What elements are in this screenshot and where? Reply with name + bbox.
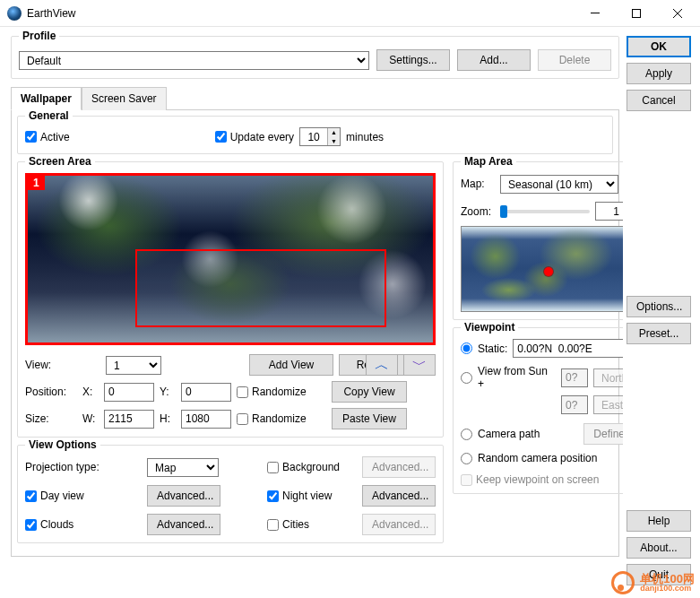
profile-settings-button[interactable]: Settings... — [376, 49, 450, 71]
cancel-button[interactable]: Cancel — [627, 90, 691, 111]
copy-view-button[interactable]: Copy View — [332, 381, 407, 403]
size-h-input[interactable] — [181, 410, 231, 429]
profile-legend: Profile — [19, 30, 59, 42]
position-label: Position: — [25, 386, 77, 398]
view-select[interactable]: 1 — [106, 356, 161, 375]
apply-button[interactable]: Apply — [627, 63, 691, 84]
zoom-slider-thumb[interactable] — [500, 205, 507, 218]
window-title: EarthView — [27, 7, 575, 20]
quit-button[interactable]: Quit — [627, 564, 691, 585]
randomize-position-label[interactable]: Randomize — [237, 386, 326, 398]
clouds-checkbox[interactable] — [25, 519, 37, 531]
viewpoint-legend: Viewpoint — [461, 321, 518, 334]
minimize-button[interactable] — [575, 0, 616, 27]
clouds-advanced-button[interactable]: Advanced... — [147, 514, 220, 535]
static-label: Static: — [478, 342, 507, 355]
sun-dir1-select[interactable]: North — [593, 368, 623, 387]
background-checkbox-label[interactable]: Background — [267, 461, 357, 473]
static-coord-input[interactable] — [513, 339, 623, 358]
map-select[interactable]: Seasonal (10 km) — [500, 175, 618, 194]
preset-button[interactable]: Preset... — [627, 323, 691, 344]
background-checkbox[interactable] — [267, 462, 279, 473]
night-view-checkbox[interactable] — [267, 490, 279, 502]
titlebar: EarthView — [0, 0, 700, 27]
spinner-down-icon[interactable]: ▼ — [328, 137, 340, 146]
zoom-input[interactable] — [595, 202, 623, 221]
night-view-checkbox-label[interactable]: Night view — [267, 490, 357, 502]
profile-delete-button[interactable]: Delete — [538, 49, 611, 71]
view-from-sun-radio[interactable] — [461, 372, 472, 384]
tab-screensaver[interactable]: Screen Saver — [82, 87, 167, 110]
view-options-legend: View Options — [25, 438, 100, 451]
maximize-icon — [632, 9, 641, 18]
keep-viewpoint-checkbox[interactable] — [461, 474, 472, 486]
day-view-advanced-button[interactable]: Advanced... — [147, 485, 220, 507]
general-group: General Active Update every ▲ — [17, 116, 613, 154]
sun-deg1-input[interactable] — [561, 368, 588, 387]
close-icon — [673, 9, 682, 18]
ok-button[interactable]: OK — [627, 36, 691, 57]
dialog-buttons: OK Apply Cancel Options... Preset... Hel… — [623, 27, 700, 598]
randomize-size-label[interactable]: Randomize — [237, 412, 326, 425]
size-w-input[interactable] — [104, 410, 154, 429]
cities-advanced-button[interactable]: Advanced... — [362, 514, 436, 535]
tab-panel-wallpaper: General Active Update every ▲ — [11, 109, 619, 557]
keep-viewpoint-label[interactable]: Keep viewpoint on screen — [461, 473, 623, 486]
viewpoint-group: Viewpoint Static: View from Sun + North — [453, 327, 623, 494]
minimap[interactable] — [461, 226, 623, 312]
sun-dir2-select[interactable]: East — [593, 395, 623, 414]
about-button[interactable]: About... — [627, 537, 691, 559]
active-checkbox[interactable] — [25, 131, 37, 143]
camera-path-radio[interactable] — [461, 429, 472, 440]
view-options-group: View Options Projection type: Map Backgr… — [17, 445, 444, 543]
position-y-input[interactable] — [181, 383, 231, 402]
randomize-position-checkbox[interactable] — [237, 386, 248, 398]
background-advanced-button[interactable]: Advanced... — [362, 456, 436, 478]
map-area-group: Map Area Map: Seasonal (10 km) + Zoom: — [453, 161, 623, 320]
viewpoint-marker-icon[interactable] — [544, 267, 553, 276]
static-radio[interactable] — [461, 342, 472, 354]
update-minutes-input[interactable] — [300, 128, 327, 145]
active-checkbox-label[interactable]: Active — [25, 131, 70, 143]
position-x-input[interactable] — [104, 383, 154, 402]
view-rectangle[interactable] — [135, 249, 386, 327]
spinner-up-icon[interactable]: ▲ — [328, 128, 340, 137]
map-area-legend: Map Area — [461, 155, 516, 168]
view-down-button[interactable]: ﹀ — [403, 354, 436, 376]
cities-checkbox[interactable] — [267, 519, 279, 531]
randomize-size-checkbox[interactable] — [237, 413, 248, 425]
projection-type-select[interactable]: Map — [147, 458, 219, 477]
paste-view-button[interactable]: Paste View — [332, 408, 407, 429]
screen-area-legend: Screen Area — [25, 155, 95, 168]
clouds-checkbox-label[interactable]: Clouds — [25, 518, 142, 531]
close-button[interactable] — [657, 0, 698, 27]
zoom-label: Zoom: — [461, 205, 495, 218]
update-every-checkbox-label[interactable]: Update every — [215, 131, 294, 143]
w-label: W: — [82, 412, 99, 425]
profile-select[interactable]: Default — [19, 51, 369, 70]
cities-checkbox-label[interactable]: Cities — [267, 518, 357, 531]
profile-add-button[interactable]: Add... — [457, 49, 531, 71]
day-view-checkbox-label[interactable]: Day view — [25, 490, 142, 502]
minimize-icon — [591, 13, 600, 13]
night-view-advanced-button[interactable]: Advanced... — [362, 485, 436, 507]
random-camera-label: Random camera position — [478, 452, 597, 464]
options-button[interactable]: Options... — [627, 296, 691, 317]
update-every-checkbox[interactable] — [215, 131, 227, 143]
define-camera-path-button[interactable]: Define... — [583, 423, 623, 445]
help-button[interactable]: Help — [627, 510, 691, 532]
chevron-up-icon: ︿ — [375, 356, 389, 375]
maximize-button[interactable] — [616, 0, 657, 27]
day-view-checkbox[interactable] — [25, 490, 37, 502]
chevron-down-icon: ﹀ — [412, 356, 427, 375]
zoom-slider[interactable] — [500, 210, 590, 213]
camera-path-label: Camera path — [478, 428, 578, 440]
random-camera-radio[interactable] — [461, 453, 472, 464]
view-up-button[interactable]: ︿ — [366, 354, 398, 376]
screen-area-preview[interactable]: 1 — [25, 173, 436, 345]
tab-wallpaper[interactable]: Wallpaper — [11, 87, 82, 110]
active-label-text: Active — [40, 131, 70, 143]
add-view-button[interactable]: Add View — [249, 354, 333, 376]
update-minutes-spinner[interactable]: ▲ ▼ — [299, 127, 341, 146]
sun-deg2-input[interactable] — [561, 395, 588, 414]
